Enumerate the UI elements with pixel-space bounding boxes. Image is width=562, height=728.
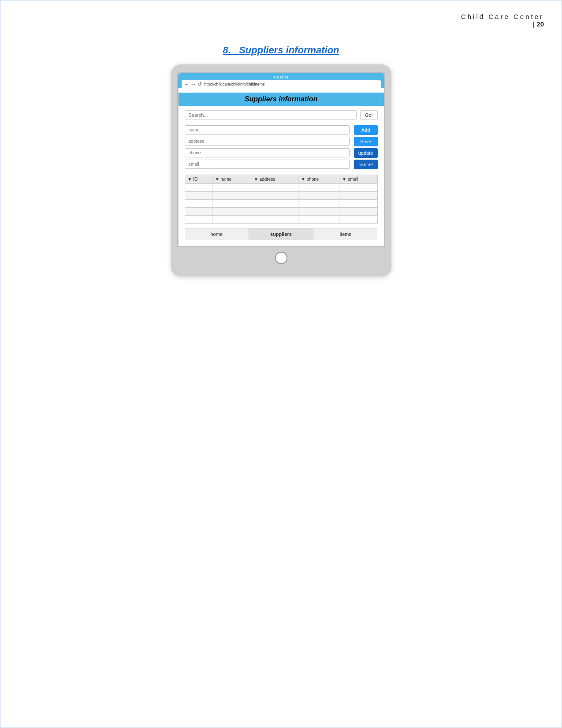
form-fields xyxy=(185,125,350,169)
table-row xyxy=(185,200,377,208)
form-area: Add Save update cancel xyxy=(185,125,378,169)
address-field[interactable] xyxy=(185,137,350,146)
company-name: Child Care Center xyxy=(461,13,544,20)
page-number: | 20 xyxy=(461,20,544,28)
add-button[interactable]: Add xyxy=(354,125,378,135)
save-button[interactable]: Save xyxy=(354,137,378,146)
name-field[interactable] xyxy=(185,125,350,134)
browser-content: Suppliers information Go! Add Save updat… xyxy=(178,88,384,246)
page-header: Child Care Center | 20 xyxy=(461,13,544,28)
tablet-frame: Mozilla ← → ↺ http://childcare/childinfo… xyxy=(171,64,391,276)
tab-items[interactable]: items xyxy=(313,228,377,240)
browser-nav-bar: ← → ↺ http://childcare/childinfo/childIt… xyxy=(182,80,381,88)
tab-suppliers[interactable]: suppliers xyxy=(249,228,313,240)
email-field[interactable] xyxy=(185,160,350,169)
table-row xyxy=(185,208,377,216)
refresh-icon[interactable]: ↺ xyxy=(197,81,202,87)
search-input[interactable] xyxy=(185,110,357,120)
data-table: ▼ ID ▼ name ▼ address ▼ phone ▼ email xyxy=(185,175,378,224)
section-heading: 8. Suppliers information xyxy=(223,45,339,56)
col-id[interactable]: ▼ ID xyxy=(185,175,212,184)
cancel-button[interactable]: cancel xyxy=(354,160,378,169)
table-row xyxy=(185,216,377,224)
search-row: Go! xyxy=(185,110,378,120)
nav-tabs: home suppliers items xyxy=(185,228,378,240)
phone-field[interactable] xyxy=(185,148,350,157)
browser-chrome: Mozilla ← → ↺ http://childcare/childinfo… xyxy=(178,73,384,88)
table-row xyxy=(185,192,377,200)
col-address[interactable]: ▼ address xyxy=(251,175,298,184)
home-button-row xyxy=(177,252,385,264)
forward-arrow[interactable]: → xyxy=(191,81,196,87)
col-phone[interactable]: ▼ phone xyxy=(298,175,339,184)
browser-arrows: ← → ↺ xyxy=(184,81,202,87)
home-circle-button[interactable] xyxy=(275,252,287,264)
back-arrow[interactable]: ← xyxy=(184,81,190,87)
table-header-row: ▼ ID ▼ name ▼ address ▼ phone ▼ email xyxy=(185,175,377,184)
go-button[interactable]: Go! xyxy=(360,110,378,120)
screen-border: Mozilla ← → ↺ http://childcare/childinfo… xyxy=(177,72,385,247)
browser-top-bar: Mozilla xyxy=(182,75,381,80)
form-buttons: Add Save update cancel xyxy=(354,125,378,169)
tab-home[interactable]: home xyxy=(185,228,249,240)
browser-page-title: Suppliers information xyxy=(179,93,384,106)
table-row xyxy=(185,184,377,192)
update-button[interactable]: update xyxy=(354,148,378,158)
browser-app-name: Mozilla xyxy=(273,75,289,79)
col-email[interactable]: ▼ email xyxy=(339,175,377,184)
col-name[interactable]: ▼ name xyxy=(212,175,251,184)
header-divider xyxy=(14,36,548,36)
browser-url[interactable]: http://childcare/childinfo/childItems xyxy=(205,82,378,86)
